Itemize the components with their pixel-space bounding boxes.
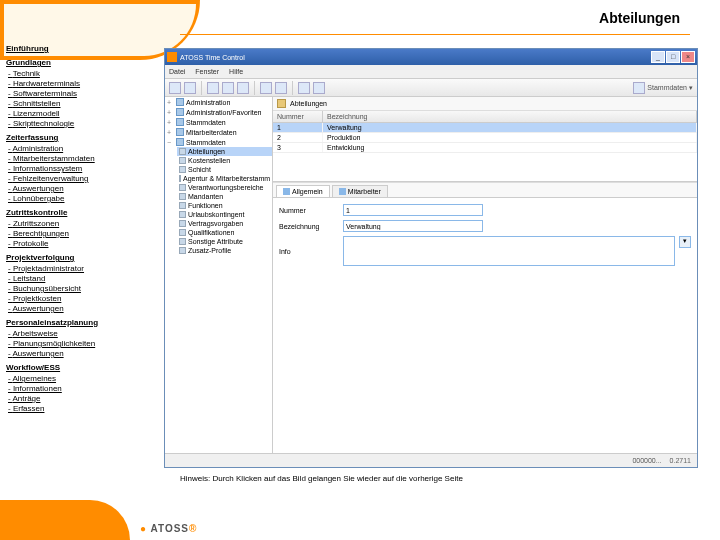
nav-item[interactable]: Schnittstellen: [8, 99, 156, 109]
nav-item[interactable]: Protokolle: [8, 239, 156, 249]
tree-node[interactable]: Vertragsvorgaben: [177, 219, 272, 228]
menu-hilfe[interactable]: Hilfe: [229, 68, 243, 75]
nav-item[interactable]: Buchungsübersicht: [8, 284, 156, 294]
tree-node[interactable]: Sonstige Attribute: [177, 237, 272, 246]
grid-row[interactable]: 2Produktion: [273, 133, 697, 143]
tree-node[interactable]: +Administration/Favoriten: [165, 107, 272, 117]
nav-item[interactable]: Fehlzeitenverwaltung: [8, 174, 156, 184]
tree-node[interactable]: Kostenstellen: [177, 156, 272, 165]
nav-item[interactable]: Lohnübergabe: [8, 194, 156, 204]
tree-node[interactable]: Zusatz-Profile: [177, 246, 272, 255]
item-icon: [179, 157, 186, 164]
nav-item[interactable]: Allgemeines: [8, 374, 156, 384]
label-nummer: Nummer: [279, 207, 339, 214]
tree-node[interactable]: +Mitarbeiterdaten: [165, 127, 272, 137]
menubar: Datei Fenster Hilfe: [165, 65, 697, 79]
nav-section-einfuehrung[interactable]: Einführung: [6, 44, 156, 54]
item-icon: [179, 166, 186, 173]
input-bezeichnung[interactable]: [343, 220, 483, 232]
nav-item[interactable]: Auswertungen: [8, 349, 156, 359]
nav-item[interactable]: Administration: [8, 144, 156, 154]
folder-icon: [277, 99, 286, 108]
nav-item[interactable]: Projektkosten: [8, 294, 156, 304]
nav-item[interactable]: Auswertungen: [8, 304, 156, 314]
tree-node[interactable]: Urlaubskontingent: [177, 210, 272, 219]
nav-item[interactable]: Softwareterminals: [8, 89, 156, 99]
toolbar-separator: [292, 81, 293, 95]
nav-section-projekt[interactable]: Projektverfolgung: [6, 253, 156, 263]
tree-node[interactable]: Schicht: [177, 165, 272, 174]
nav-item[interactable]: Informationssystem: [8, 164, 156, 174]
input-info[interactable]: [343, 236, 675, 266]
nav-item[interactable]: Auswertungen: [8, 184, 156, 194]
app-window[interactable]: ATOSS Time Control _ □ × Datei Fenster H…: [164, 48, 698, 468]
close-button[interactable]: ×: [681, 51, 695, 63]
item-icon: [179, 202, 186, 209]
nav-item[interactable]: Leitstand: [8, 274, 156, 284]
menu-fenster[interactable]: Fenster: [195, 68, 219, 75]
breadcrumb-text: Abteilungen: [290, 100, 327, 107]
grid-row[interactable]: 3Entwicklung: [273, 143, 697, 153]
nav-item[interactable]: Anträge: [8, 394, 156, 404]
toolbar-icon[interactable]: [298, 82, 310, 94]
nav-item[interactable]: Hardwareterminals: [8, 79, 156, 89]
nav-item[interactable]: Informationen: [8, 384, 156, 394]
label-bezeichnung: Bezeichnung: [279, 223, 339, 230]
minimize-button[interactable]: _: [651, 51, 665, 63]
nav-item[interactable]: Erfassen: [8, 404, 156, 414]
toolbar-icon[interactable]: [207, 82, 219, 94]
tree-node[interactable]: Qualifikationen: [177, 228, 272, 237]
maximize-button[interactable]: □: [666, 51, 680, 63]
nav-section-personal[interactable]: Personaleinsatzplanung: [6, 318, 156, 328]
nav-item[interactable]: Arbeitsweise: [8, 329, 156, 339]
tree-node[interactable]: −Stammdaten: [165, 137, 272, 147]
dropdown-icon[interactable]: ▾: [679, 236, 691, 248]
label-info: Info: [279, 248, 339, 255]
tree-node[interactable]: +Stammdaten: [165, 117, 272, 127]
nav-section-workflow[interactable]: Workflow/ESS: [6, 363, 156, 373]
tree-node[interactable]: +Administration: [165, 97, 272, 107]
menu-datei[interactable]: Datei: [169, 68, 185, 75]
tree-node[interactable]: Verantwortungsbereiche: [177, 183, 272, 192]
grid-row[interactable]: 1Verwaltung: [273, 123, 697, 133]
toolbar-icon[interactable]: [275, 82, 287, 94]
tree-node[interactable]: Mandanten: [177, 192, 272, 201]
window-title: ATOSS Time Control: [180, 54, 650, 61]
stammdaten-dropdown[interactable]: Stammdaten ▾: [633, 82, 693, 94]
app-icon: [167, 52, 177, 62]
col-bezeichnung[interactable]: Bezeichnung: [323, 111, 697, 122]
tree-node-abteilungen[interactable]: Abteilungen: [177, 147, 272, 156]
toolbar-icon[interactable]: [237, 82, 249, 94]
nav-section-zeiterfassung[interactable]: Zeiterfassung: [6, 133, 156, 143]
toolbar-icon[interactable]: [260, 82, 272, 94]
tree-node[interactable]: Agentur & Mitarbeiterstamm: [177, 174, 272, 183]
nav-item[interactable]: Berechtigungen: [8, 229, 156, 239]
nav-item[interactable]: Skripttechnologie: [8, 119, 156, 129]
tree-node[interactable]: Funktionen: [177, 201, 272, 210]
toolbar-icon[interactable]: [313, 82, 325, 94]
nav-item[interactable]: Zutrittszonen: [8, 219, 156, 229]
nav-item[interactable]: Lizenzmodell: [8, 109, 156, 119]
input-nummer[interactable]: [343, 204, 483, 216]
titlebar[interactable]: ATOSS Time Control _ □ ×: [165, 49, 697, 65]
breadcrumb: Abteilungen: [273, 97, 697, 111]
toolbar-icon[interactable]: [169, 82, 181, 94]
folder-icon: [176, 128, 184, 136]
item-icon: [179, 193, 186, 200]
nav-section-zutritt[interactable]: Zutrittskontrolle: [6, 208, 156, 218]
nav-item[interactable]: Technik: [8, 69, 156, 79]
toolbar-icon[interactable]: [184, 82, 196, 94]
tab-mitarbeiter[interactable]: Mitarbeiter: [332, 185, 388, 197]
nav-item[interactable]: Planungsmöglichkeiten: [8, 339, 156, 349]
nav-section-grundlagen[interactable]: Grundlagen: [6, 58, 156, 68]
nav-item[interactable]: Mitarbeiterstammdaten: [8, 154, 156, 164]
footer-curve: [0, 500, 130, 540]
tab-allgemein[interactable]: Allgemein: [276, 185, 330, 197]
nav-item[interactable]: Projektadministrator: [8, 264, 156, 274]
col-nummer[interactable]: Nummer: [273, 111, 323, 122]
toolbar-separator: [201, 81, 202, 95]
toolbar-icon[interactable]: [222, 82, 234, 94]
toolbar: Stammdaten ▾: [165, 79, 697, 97]
tab-icon: [283, 188, 290, 195]
folder-icon: [176, 98, 184, 106]
